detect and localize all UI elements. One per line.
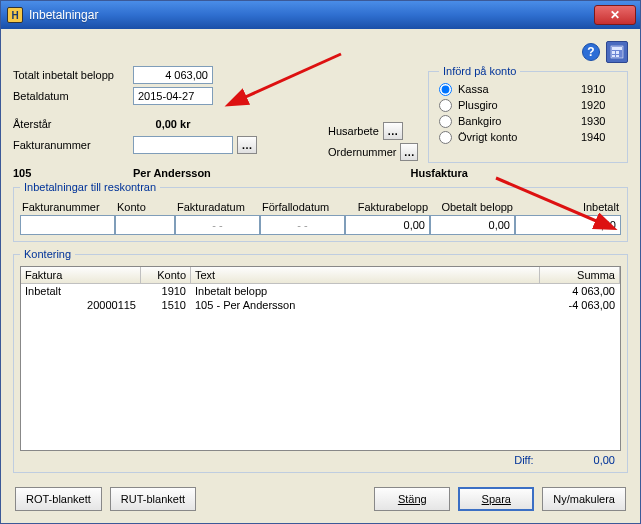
svg-rect-4 bbox=[612, 55, 615, 57]
diff-label: Diff: bbox=[514, 454, 533, 466]
kcol-summa[interactable]: Summa bbox=[540, 267, 620, 283]
selected-type: Husfaktura bbox=[351, 167, 629, 179]
col-konto: Konto bbox=[115, 199, 175, 215]
table-row[interactable]: 20000115 1510 105 - Per Andersson -4 063… bbox=[21, 298, 620, 312]
fakturanummer-field[interactable] bbox=[133, 136, 233, 154]
svg-rect-2 bbox=[612, 51, 615, 54]
radio-kassa[interactable] bbox=[439, 83, 452, 96]
close-button[interactable]: ✕ bbox=[594, 5, 636, 25]
rot-blankett-button[interactable]: ROT-blankett bbox=[15, 487, 102, 511]
cell-forfallodatum[interactable]: - - bbox=[260, 215, 345, 235]
total-inbetalt-field[interactable]: 4 063,00 bbox=[133, 66, 213, 84]
col-fakturanummer: Fakturanummer bbox=[20, 199, 115, 215]
cell-inbetalt[interactable]: 0,00 bbox=[515, 215, 621, 235]
stang-button[interactable]: Stäng bbox=[374, 487, 450, 511]
radio-bankgiro[interactable] bbox=[439, 115, 452, 128]
col-fakturadatum: Fakturadatum bbox=[175, 199, 260, 215]
selected-name: Per Andersson bbox=[133, 167, 351, 179]
ordernummer-label: Ordernummer bbox=[328, 146, 396, 158]
inbetalningar-reskontran-legend: Inbetalningar till reskontran bbox=[20, 181, 160, 193]
husarbete-browse-button[interactable]: … bbox=[383, 122, 403, 140]
fakturanummer-browse-button[interactable]: … bbox=[237, 136, 257, 154]
kontering-group: Kontering Faktura Konto Text Summa Inbet… bbox=[13, 248, 628, 473]
help-icon[interactable]: ? bbox=[582, 43, 600, 61]
kontering-table[interactable]: Faktura Konto Text Summa Inbetalt 1910 I… bbox=[20, 266, 621, 451]
cell-fakturadatum[interactable]: - - bbox=[175, 215, 260, 235]
calculator-icon[interactable] bbox=[606, 41, 628, 63]
rut-blankett-button[interactable]: RUT-blankett bbox=[110, 487, 196, 511]
diff-value: 0,00 bbox=[594, 454, 615, 466]
aterstar-value: 0,00 kr bbox=[133, 118, 213, 130]
app-icon: H bbox=[7, 7, 23, 23]
col-obetalt: Obetalt belopp bbox=[430, 199, 515, 215]
ny-makulera-button[interactable]: Ny/makulera bbox=[542, 487, 626, 511]
ordernummer-browse-button[interactable]: … bbox=[400, 143, 418, 161]
aterstar-label: Återstår bbox=[13, 118, 133, 130]
fakturanummer-label: Fakturanummer bbox=[13, 139, 133, 151]
col-forfallodatum: Förfallodatum bbox=[260, 199, 345, 215]
radio-plusgiro[interactable] bbox=[439, 99, 452, 112]
kontering-legend: Kontering bbox=[20, 248, 75, 260]
window-title: Inbetalningar bbox=[29, 8, 594, 22]
radio-ovrigt[interactable] bbox=[439, 131, 452, 144]
selected-id: 105 bbox=[13, 167, 133, 179]
inford-pa-konto-legend: Införd på konto bbox=[439, 65, 520, 77]
svg-rect-3 bbox=[616, 51, 619, 54]
col-fakturabelopp: Fakturabelopp bbox=[345, 199, 430, 215]
cell-fakturanummer[interactable] bbox=[20, 215, 115, 235]
cell-obetalt[interactable]: 0,00 bbox=[430, 215, 515, 235]
kcol-konto[interactable]: Konto bbox=[141, 267, 191, 283]
betaldatum-field[interactable]: 2015-04-27 bbox=[133, 87, 213, 105]
table-row[interactable]: Inbetalt 1910 Inbetalt belopp 4 063,00 bbox=[21, 284, 620, 298]
total-inbetalt-label: Totalt inbetalt belopp bbox=[13, 69, 133, 81]
svg-rect-1 bbox=[612, 47, 622, 50]
cell-fakturabelopp[interactable]: 0,00 bbox=[345, 215, 430, 235]
cell-konto[interactable] bbox=[115, 215, 175, 235]
husarbete-label: Husarbete bbox=[328, 125, 379, 137]
inbetalningar-reskontran-group: Inbetalningar till reskontran Fakturanum… bbox=[13, 181, 628, 242]
spara-button[interactable]: Spara bbox=[458, 487, 534, 511]
kcol-text[interactable]: Text bbox=[191, 267, 540, 283]
betaldatum-label: Betaldatum bbox=[13, 90, 133, 102]
col-inbetalt: Inbetalt bbox=[515, 199, 621, 215]
kcol-faktura[interactable]: Faktura bbox=[21, 267, 141, 283]
svg-rect-5 bbox=[616, 55, 619, 57]
inford-pa-konto-group: Införd på konto Kassa1910 Plusgiro1920 B… bbox=[428, 65, 628, 163]
